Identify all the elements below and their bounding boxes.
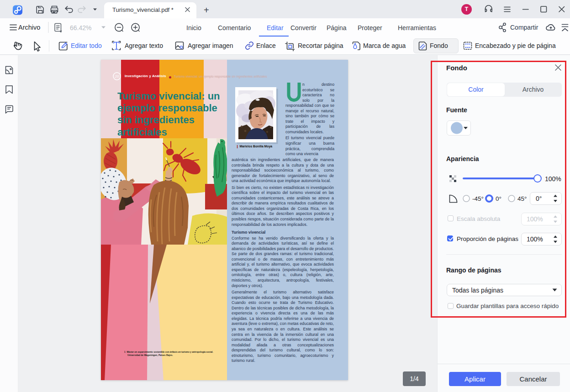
svg-text:20: 20 [115,74,119,78]
